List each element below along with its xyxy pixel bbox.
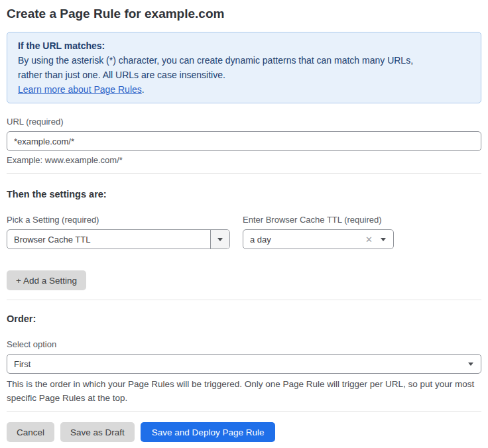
info-box-body-line: rather than just one. All URLs are case … <box>18 68 470 82</box>
order-section-heading: Order: <box>7 313 481 325</box>
url-input[interactable] <box>7 131 481 151</box>
ttl-label: Enter Browser Cache TTL (required) <box>243 215 394 225</box>
pick-setting-column: Pick a Setting (required) Browser Cache … <box>7 215 230 249</box>
ttl-value: a day <box>243 235 365 245</box>
save-deploy-button[interactable]: Save and Deploy Page Rule <box>141 422 276 442</box>
order-value: First <box>7 359 468 369</box>
order-select-label: Select option <box>7 339 481 349</box>
url-example-text: Example: www.example.com/* <box>7 155 481 165</box>
info-box-body-line: By using the asterisk (*) character, you… <box>18 53 470 68</box>
chevron-down-icon <box>468 363 481 366</box>
caret-shape <box>217 238 223 241</box>
footer-buttons: Cancel Save as Draft Save and Deploy Pag… <box>7 422 481 442</box>
divider <box>7 411 481 412</box>
divider <box>7 300 481 300</box>
settings-row: Pick a Setting (required) Browser Cache … <box>7 215 481 249</box>
url-field-label: URL (required) <box>7 117 481 127</box>
divider <box>7 173 481 174</box>
link-period: . <box>142 84 145 95</box>
order-select[interactable]: First <box>7 354 481 374</box>
settings-section-heading: Then the settings are: <box>7 189 481 200</box>
ttl-select[interactable]: a day ✕ <box>243 229 394 249</box>
page-title: Create a Page Rule for example.com <box>7 6 481 22</box>
ttl-column: Enter Browser Cache TTL (required) a day… <box>243 215 394 249</box>
pick-setting-select[interactable]: Browser Cache TTL <box>7 229 230 249</box>
page-container: Create a Page Rule for example.com If th… <box>7 6 481 442</box>
clear-icon[interactable]: ✕ <box>365 235 381 245</box>
learn-more-link[interactable]: Learn more about Page Rules <box>18 84 142 95</box>
chevron-down-icon <box>210 230 229 249</box>
caret-shape <box>468 363 473 366</box>
order-help-text: This is the order in which your Page Rul… <box>7 377 481 405</box>
chevron-down-icon <box>381 238 393 241</box>
add-setting-button[interactable]: + Add a Setting <box>7 270 86 290</box>
info-box-link-line: Learn more about Page Rules. <box>18 82 470 97</box>
pick-setting-value: Browser Cache TTL <box>7 235 210 245</box>
caret-shape <box>381 238 386 241</box>
info-box-heading: If the URL matches: <box>18 38 470 53</box>
cancel-button[interactable]: Cancel <box>7 422 54 442</box>
url-match-info-box: If the URL matches: By using the asteris… <box>7 32 481 103</box>
save-draft-button[interactable]: Save as Draft <box>60 422 135 442</box>
pick-setting-label: Pick a Setting (required) <box>7 215 230 225</box>
